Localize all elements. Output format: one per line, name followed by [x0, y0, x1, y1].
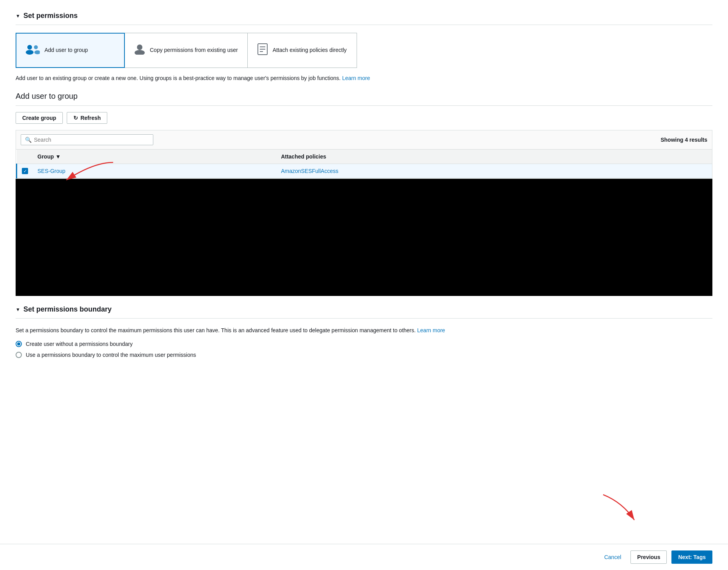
svg-point-5 [135, 50, 145, 55]
card-copy-permissions[interactable]: Copy permissions from existing user [125, 33, 248, 68]
header-policies: Attached policies [276, 150, 712, 164]
svg-point-1 [26, 50, 34, 55]
group-icon [26, 44, 40, 57]
radio-use-boundary-label: Use a permissions boundary to control th… [26, 352, 196, 358]
table-header-row: Group ▼ Attached policies [17, 150, 712, 164]
boundary-description: Set a permissions boundary to control th… [16, 326, 712, 335]
previous-button[interactable]: Previous [630, 550, 667, 564]
row-checkbox-cell[interactable]: ✓ [17, 164, 33, 178]
refresh-icon: ↻ [73, 115, 78, 121]
table-toolbar: 🔍 Showing 4 results [16, 130, 712, 150]
card-copy-permissions-label: Copy permissions from existing user [150, 46, 238, 54]
boundary-chevron-icon: ▼ [16, 307, 20, 312]
cancel-button[interactable]: Cancel [600, 551, 626, 563]
radio-no-boundary-btn[interactable] [16, 341, 22, 347]
boundary-radio-options: Create user without a permissions bounda… [16, 341, 712, 358]
permission-description: Add user to an existing group or create … [16, 74, 712, 82]
radio-use-boundary[interactable]: Use a permissions boundary to control th… [16, 352, 712, 358]
header-group[interactable]: Group ▼ [33, 150, 276, 164]
card-attach-policies-label: Attach existing policies directly [273, 46, 347, 54]
groups-table: Group ▼ Attached policies ✓ SES-Group [16, 150, 712, 178]
redacted-area [16, 179, 712, 296]
row-group-cell: SES-Group [33, 164, 276, 178]
next-tags-button[interactable]: Next: Tags [671, 550, 712, 564]
header-checkbox [17, 150, 33, 164]
search-icon: 🔍 [25, 137, 32, 143]
card-attach-policies[interactable]: Attach existing policies directly [248, 33, 357, 68]
search-box[interactable]: 🔍 [21, 134, 153, 145]
svg-point-4 [137, 45, 142, 50]
create-group-button[interactable]: Create group [16, 112, 63, 124]
chevron-down-icon: ▼ [16, 13, 20, 19]
card-add-user-label: Add user to group [44, 46, 88, 54]
refresh-button[interactable]: ↻ Refresh [67, 112, 107, 124]
boundary-section-header: ▼ Set permissions boundary [16, 305, 712, 319]
policy-link[interactable]: AmazonSESFullAccess [281, 168, 338, 174]
row-checkbox-checked[interactable]: ✓ [22, 168, 28, 174]
boundary-learn-more-link[interactable]: Learn more [417, 327, 445, 333]
radio-no-boundary[interactable]: Create user without a permissions bounda… [16, 341, 712, 347]
row-policies-cell: AmazonSESFullAccess [276, 164, 712, 178]
search-input[interactable] [34, 137, 149, 143]
svg-point-2 [34, 45, 38, 49]
svg-point-3 [34, 50, 40, 54]
add-user-to-group-title: Add user to group [16, 92, 712, 106]
radio-use-boundary-btn[interactable] [16, 352, 22, 358]
boundary-title: Set permissions boundary [23, 305, 112, 314]
radio-no-boundary-label: Create user without a permissions bounda… [26, 341, 133, 347]
sort-icon: ▼ [55, 153, 61, 160]
user-icon [134, 44, 145, 57]
group-name-link[interactable]: SES-Group [37, 168, 66, 174]
results-count: Showing 4 results [661, 137, 707, 143]
svg-point-0 [27, 45, 32, 50]
groups-table-container: 🔍 Showing 4 results Group ▼ Attached pol… [16, 130, 712, 179]
learn-more-link[interactable]: Learn more [342, 75, 370, 81]
set-permissions-header: ▼ Set permissions [16, 12, 712, 25]
card-add-user-to-group[interactable]: Add user to group [16, 33, 125, 68]
set-permissions-title: Set permissions [23, 12, 78, 20]
group-action-buttons: Create group ↻ Refresh [16, 112, 712, 124]
permissions-boundary-section: ▼ Set permissions boundary Set a permiss… [16, 305, 712, 358]
permission-type-cards: Add user to group Copy permissions from … [16, 33, 712, 68]
page-footer: Cancel Previous Next: Tags [0, 544, 728, 570]
policy-icon [257, 43, 268, 58]
table-row[interactable]: ✓ SES-Group AmazonSESFullAccess [17, 164, 712, 178]
